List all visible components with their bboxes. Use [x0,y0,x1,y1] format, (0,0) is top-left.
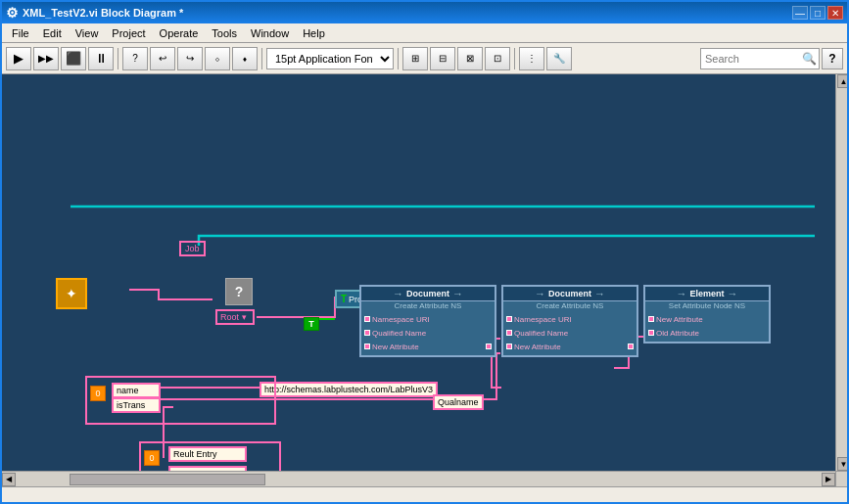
debug2-button[interactable]: ⬧ [232,47,258,70]
run-cont-button[interactable]: ▶▶ [33,47,59,70]
scroll-corner [835,471,849,486]
snap-button[interactable]: ⋮ [519,47,544,70]
search-wrapper: 🔍 [700,48,820,69]
distribute-button[interactable]: ⊟ [430,47,455,70]
element-node[interactable]: → Element → Set Attribute Node NS New At… [643,285,771,344]
doc1-node[interactable]: → Document → Create Attribute NS Namespa… [359,285,496,357]
scrollbar-bottom[interactable]: ◀ ▶ [2,471,835,486]
job-node: Job [179,241,206,256]
align-button[interactable]: ⊞ [402,47,428,70]
resize-button[interactable]: ⊠ [457,47,483,70]
close-button[interactable]: ✕ [827,6,843,20]
root-dropdown[interactable]: Root ▾ [215,309,255,325]
menu-window[interactable]: Window [245,26,295,40]
sep4 [514,48,515,69]
search-icon[interactable]: 🔍 [799,49,819,69]
app-icon: ⚙ [6,5,19,21]
menu-project[interactable]: Project [106,26,151,40]
menu-view[interactable]: View [70,26,105,40]
question-mark-node: ? [225,278,253,305]
maximize-button[interactable]: □ [810,6,825,20]
name-control[interactable]: name [112,383,161,398]
scroll-right-arrow[interactable]: ▶ [822,473,835,486]
status-bar [2,486,847,504]
title-bar-controls: — □ ✕ [792,6,843,20]
toolbar: ▶ ▶▶ ⬛ ⏸ ? ↩ ↪ ⬦ ⬧ 15pt Application Font… [2,43,847,74]
scroll-thumb-h[interactable] [70,474,265,485]
search-input[interactable] [701,53,799,65]
menu-edit[interactable]: Edit [37,26,68,40]
istrans-control[interactable]: isTrans [112,397,161,413]
cleanup-button[interactable]: 🔧 [546,47,572,70]
init-icon: ✦ [56,278,87,309]
menu-operate[interactable]: Operate [154,26,205,40]
debug1-button[interactable]: ⬦ [205,47,230,70]
scrollbar-right[interactable]: ▲ ▼ [835,74,849,471]
main-canvas[interactable]: Job Root ▾ ? ✦ 0 name isTrans http://sch… [2,74,849,486]
font-select[interactable]: 15pt Application Font [266,48,394,69]
sep2 [261,48,262,69]
title-bar: ⚙ XML_TestV2.vi Block Diagram * — □ ✕ [2,2,847,23]
constant-zero-2: 0 [144,450,160,466]
doc2-node[interactable]: → Document → Create Attribute NS Namespa… [501,285,638,357]
menu-file[interactable]: File [6,26,35,40]
true-constant: T [304,317,319,331]
redo-button[interactable]: ↪ [177,47,203,70]
help-button[interactable]: ? [822,48,843,69]
menu-tools[interactable]: Tools [206,26,243,40]
result-entry-control[interactable]: Reult Entry [168,446,247,462]
constant-zero-1: 0 [90,386,106,401]
context-help-button[interactable]: ? [122,47,148,70]
menu-help[interactable]: Help [297,26,331,40]
undo-button[interactable]: ↩ [150,47,175,70]
scroll-up-arrow[interactable]: ▲ [837,74,850,88]
pause-button[interactable]: ⏸ [88,47,114,70]
uri-constant: http://schemas.labplustech.com/LabPlusV3 [259,382,438,397]
sep1 [118,48,118,69]
reorder-button[interactable]: ⊡ [485,47,510,70]
qualname-constant: Qualname [433,394,484,410]
scroll-left-arrow[interactable]: ◀ [2,473,16,486]
abort-button[interactable]: ⬛ [61,47,86,70]
minimize-button[interactable]: — [792,6,808,20]
window-title: XML_TestV2.vi Block Diagram * [23,7,183,19]
title-bar-left: ⚙ XML_TestV2.vi Block Diagram * [6,5,183,21]
sep3 [398,48,399,69]
run-button[interactable]: ▶ [6,47,31,70]
menu-bar: File Edit View Project Operate Tools Win… [2,23,847,43]
scroll-down-arrow[interactable]: ▼ [837,457,850,471]
